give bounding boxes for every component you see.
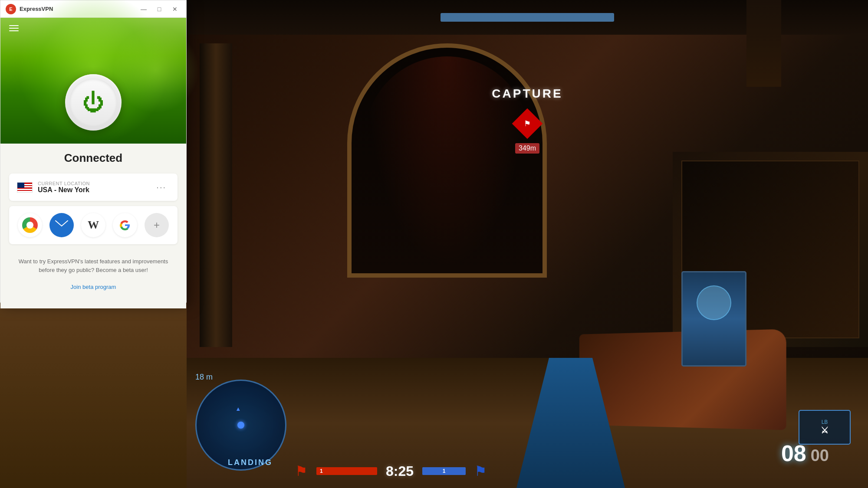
minimap-location-label: LANDING bbox=[228, 458, 273, 467]
game-scene: CAPTURE ⚑ 349m 18 m LANDING ⚑ 1 8:25 1 ⚑ bbox=[187, 0, 868, 488]
weapon-scope bbox=[681, 271, 746, 367]
capture-text: CAPTURE bbox=[492, 87, 562, 101]
blue-health-bar: 1 bbox=[422, 467, 466, 475]
power-button-container: ⏻ bbox=[65, 74, 122, 131]
maximize-button[interactable]: □ bbox=[153, 3, 165, 15]
power-icon: ⏻ bbox=[82, 92, 104, 113]
power-button[interactable]: ⏻ bbox=[65, 74, 122, 131]
hamburger-menu-button[interactable] bbox=[7, 23, 21, 33]
vpn-header: ⏻ bbox=[0, 18, 186, 144]
app-shortcuts: W + bbox=[9, 206, 178, 244]
minimap-player-indicator bbox=[237, 407, 240, 411]
beta-link[interactable]: Join beta program bbox=[71, 284, 116, 290]
power-button-inner: ⏻ bbox=[69, 79, 117, 126]
location-card[interactable]: Current Location USA - New York ··· bbox=[9, 174, 178, 201]
add-icon-symbol: + bbox=[154, 220, 160, 230]
hamburger-icon bbox=[9, 25, 19, 31]
distance-badge: 349m bbox=[515, 143, 539, 154]
red-health-bar: 1 bbox=[316, 467, 377, 475]
weapon bbox=[573, 301, 833, 453]
usa-flag bbox=[17, 182, 33, 193]
wikipedia-shortcut[interactable]: W bbox=[81, 213, 105, 237]
location-label: Current Location bbox=[38, 181, 90, 186]
google-shortcut[interactable] bbox=[113, 213, 137, 237]
minimap-distance: 18 m bbox=[195, 373, 213, 382]
beta-section: Want to try ExpressVPN's latest features… bbox=[9, 244, 178, 300]
add-shortcut-button[interactable]: + bbox=[145, 213, 169, 237]
hud-bottom: ⚑ 1 8:25 1 ⚑ bbox=[295, 463, 487, 479]
vpn-window: E ExpressVPN — □ ✕ ⏻ bbox=[0, 0, 187, 304]
location-info-left: Current Location USA - New York bbox=[17, 181, 90, 194]
minimap bbox=[195, 380, 286, 471]
svg-text:E: E bbox=[9, 7, 12, 12]
location-details: Current Location USA - New York bbox=[38, 181, 90, 194]
close-button[interactable]: ✕ bbox=[169, 3, 181, 15]
game-timer: 8:25 bbox=[386, 463, 414, 479]
column-right-far bbox=[746, 0, 781, 87]
mail-shortcut[interactable] bbox=[49, 213, 74, 237]
flag-canton bbox=[17, 183, 24, 188]
pillar-left bbox=[200, 43, 232, 347]
location-name: USA - New York bbox=[38, 186, 90, 194]
hud-health-bar bbox=[441, 13, 614, 22]
header-bg-circle2 bbox=[112, 26, 199, 113]
wiki-letter: W bbox=[88, 219, 99, 232]
flag-blue-icon: ⚑ bbox=[474, 463, 487, 479]
arch-structure bbox=[339, 17, 556, 299]
hamburger-line-3 bbox=[9, 30, 19, 31]
connection-status: Connected bbox=[9, 144, 178, 174]
expressvpn-logo: E bbox=[6, 4, 16, 14]
location-more-button[interactable]: ··· bbox=[153, 180, 170, 194]
flag-red-icon: ⚑ bbox=[295, 463, 308, 479]
beta-text: Want to try ExpressVPN's latest features… bbox=[18, 257, 169, 274]
weapon-hud: LB ⚔ bbox=[799, 410, 851, 445]
hamburger-line-2 bbox=[9, 28, 19, 29]
chrome-shortcut[interactable] bbox=[18, 213, 42, 237]
vpn-body: Connected Current Location USA - New Yor… bbox=[0, 144, 186, 308]
hamburger-line-1 bbox=[9, 25, 19, 26]
